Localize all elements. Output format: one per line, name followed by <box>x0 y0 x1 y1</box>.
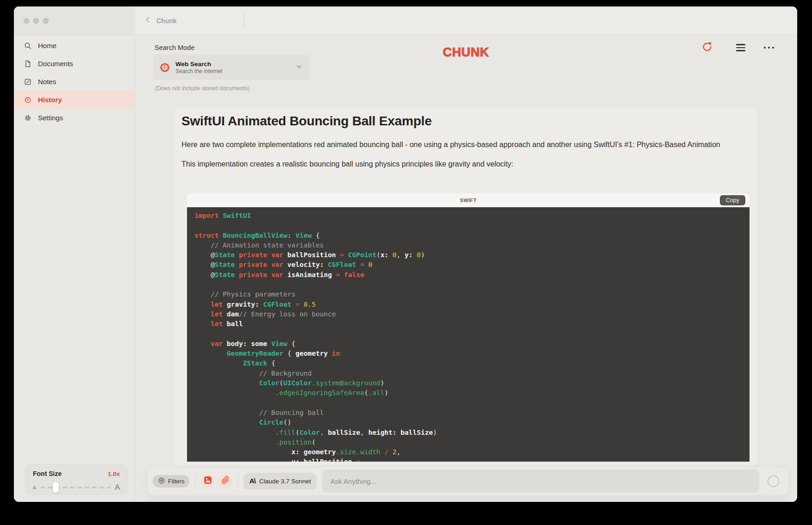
code-line: let gravity: CGFloat = 0.5 <box>194 300 750 309</box>
titlebar-divider <box>244 13 244 28</box>
main-area: Search Mode Web Search Search the intern… <box>135 35 797 502</box>
code-line: // Physics parameters <box>194 290 750 299</box>
code-line: Color(UIColor.systemBackground) <box>194 378 750 388</box>
code-line: @State private var isAnimating = false <box>194 270 750 280</box>
image-icon <box>203 476 212 487</box>
search-mode-dropdown[interactable]: Web Search Search the internet <box>153 55 310 80</box>
titlebar-sidebar-section <box>14 6 135 35</box>
code-line: // Background <box>194 369 750 378</box>
attach-file-button[interactable] <box>219 475 232 488</box>
code-line: var body: some View { <box>194 339 750 349</box>
code-block: SWIFT Copy import SwiftUI struct Bouncin… <box>187 193 750 462</box>
code-line: import SwiftUI <box>194 211 750 221</box>
history-icon <box>24 96 32 104</box>
back-button[interactable] <box>144 16 152 25</box>
window-controls <box>24 18 49 24</box>
code-line: .fill(Color. ballSize, height: ballSize) <box>194 428 750 438</box>
sidebar-item-label: Settings <box>38 114 63 122</box>
app-window: Chunk Home Documents Note <box>14 6 797 502</box>
filters-label: Filters <box>168 478 184 485</box>
sidebar-item-label: Documents <box>38 60 73 68</box>
sidebar-item-label: Notes <box>38 78 56 86</box>
ellipsis-icon <box>764 47 775 49</box>
globe-icon <box>160 62 170 73</box>
copy-button[interactable]: Copy <box>720 195 745 205</box>
code-line: ZStack { <box>194 358 750 368</box>
brand-logo: CHUNK <box>443 45 489 60</box>
ask-bar: Filters A\ Claude 3.7 Sonnet <box>147 466 789 496</box>
font-size-value: 1.0x <box>108 470 120 477</box>
sidebar-item-home[interactable]: Home <box>14 37 134 55</box>
sidebar-item-settings[interactable]: Settings <box>14 109 134 127</box>
sidebar-item-documents[interactable]: Documents <box>14 55 134 73</box>
gear-icon <box>24 114 32 122</box>
code-line: .position( <box>194 438 750 447</box>
answer-paragraph: Here are two complete implementations re… <box>181 140 750 150</box>
dropdown-subtitle: Search the internet <box>175 68 295 75</box>
search-mode-note: (Does not include stored documents) <box>155 85 250 92</box>
model-name: Claude 3.7 Sonnet <box>259 478 311 485</box>
toolbar-divider <box>237 475 238 487</box>
add-image-button[interactable] <box>201 475 214 488</box>
filter-icon <box>158 477 165 486</box>
search-mode-label: Search Mode <box>155 44 194 51</box>
answer-paragraph: This implementation creates a realistic … <box>181 159 750 169</box>
refresh-button[interactable] <box>701 42 713 54</box>
code-line <box>194 280 750 290</box>
code-line: y: ballPosition.y <box>194 457 750 462</box>
sidebar-item-history[interactable]: History <box>14 91 134 109</box>
window-title: Chunk <box>156 17 177 25</box>
code-line: @State private var ballPosition = CGPoin… <box>194 250 750 260</box>
font-size-slider[interactable] <box>40 487 111 488</box>
code-line: // Bouncing ball <box>194 408 750 418</box>
titlebar: Chunk <box>14 6 797 35</box>
font-size-label: Font Size <box>33 470 62 477</box>
anthropic-logo-icon: A\ <box>249 477 256 485</box>
model-selector[interactable]: A\ Claude 3.7 Sonnet <box>244 473 316 490</box>
dropdown-selected-value: Web Search <box>175 60 295 68</box>
paperclip-icon <box>221 476 230 486</box>
code-line: struct BouncingBallView: View { <box>194 231 750 241</box>
code-line: @State private var velocity: CGFloat = 0 <box>194 260 750 270</box>
chevron-down-icon <box>295 62 303 73</box>
more-options-button[interactable] <box>763 42 775 54</box>
sidebar-item-label: History <box>38 96 62 104</box>
filters-button[interactable]: Filters <box>153 475 189 488</box>
code-line: GeometryReader { geometry in <box>194 349 750 358</box>
code-line <box>194 329 750 339</box>
code-block-header: SWIFT Copy <box>187 193 750 207</box>
code-language-label: SWIFT <box>460 198 476 203</box>
dropdown-text: Web Search Search the internet <box>175 60 295 75</box>
document-icon <box>24 60 32 68</box>
code-line: // Animation state variables <box>194 241 750 250</box>
hamburger-icon <box>736 44 745 51</box>
answer-card: SwiftUI Animated Bouncing Ball Example H… <box>174 107 757 466</box>
sidebar: Home Documents Notes History <box>14 35 135 502</box>
chevron-left-icon <box>144 16 152 25</box>
font-size-max-label: A <box>115 483 120 492</box>
code-line: let ball <box>194 319 750 329</box>
code-line <box>194 221 750 230</box>
ask-input[interactable] <box>322 469 759 493</box>
code-content[interactable]: import SwiftUI struct BouncingBallView: … <box>187 207 750 462</box>
close-window-button[interactable] <box>24 18 29 24</box>
font-size-min-label: A <box>33 485 36 490</box>
minimize-window-button[interactable] <box>33 18 39 24</box>
answer-title: SwiftUI Animated Bouncing Ball Example <box>181 113 750 130</box>
sidebar-item-notes[interactable]: Notes <box>14 73 134 91</box>
code-line: Circle() <box>194 418 750 427</box>
menu-button[interactable] <box>735 42 747 54</box>
code-line: let dam// Energy loss on bounce <box>194 309 750 319</box>
toolbar-divider <box>195 475 195 487</box>
code-line <box>194 398 750 408</box>
note-icon <box>24 78 32 86</box>
sidebar-item-label: Home <box>38 42 56 49</box>
zoom-window-button[interactable] <box>43 18 49 24</box>
refresh-icon <box>701 41 713 55</box>
font-size-slider-knob[interactable] <box>53 482 59 493</box>
search-icon <box>24 42 32 50</box>
code-line: .edgesIgnoringSafeArea(.all) <box>194 388 750 398</box>
font-size-panel: Font Size 1.0x A A <box>25 464 128 495</box>
code-line: x: geometry.size.width / 2, <box>194 447 750 457</box>
record-button[interactable] <box>768 476 779 487</box>
